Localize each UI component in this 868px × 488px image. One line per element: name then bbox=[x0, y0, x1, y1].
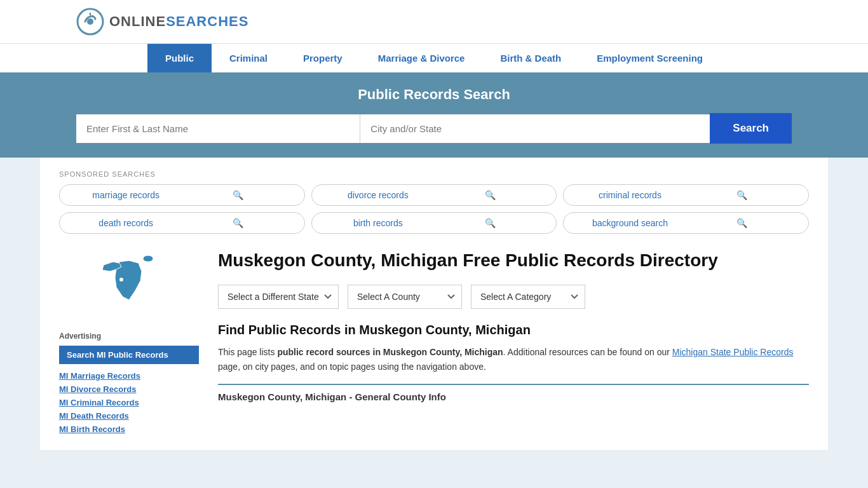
svg-point-4 bbox=[119, 278, 123, 281]
nav-employment[interactable]: Employment Screening bbox=[579, 44, 721, 72]
svg-point-3 bbox=[143, 255, 153, 262]
sponsored-divorce-label: divorce records bbox=[322, 190, 434, 200]
logo-searches-text: SEARCHES bbox=[166, 13, 248, 30]
state-dropdown[interactable]: Select a Different State bbox=[218, 285, 339, 309]
list-item: MI Divorce Records bbox=[59, 384, 199, 394]
sponsored-label: SPONSORED SEARCHES bbox=[59, 170, 809, 178]
page-body: Advertising Search MI Public Records MI … bbox=[59, 249, 809, 437]
sponsored-search-icon-1: 🔍 bbox=[434, 190, 546, 200]
logo-icon bbox=[76, 8, 104, 36]
mi-divorce-link[interactable]: MI Divorce Records bbox=[59, 384, 136, 394]
mi-death-link[interactable]: MI Death Records bbox=[59, 411, 129, 421]
find-records-title: Find Public Records in Muskegon County, … bbox=[218, 323, 809, 337]
bottom-section-title: Muskegon County, Michigan - General Coun… bbox=[218, 384, 809, 402]
logo[interactable]: ONLINE SEARCHES bbox=[76, 8, 248, 36]
find-body-end: page, on city pages, and on topic pages … bbox=[218, 362, 486, 372]
content-wrapper: SPONSORED SEARCHES marriage records 🔍 di… bbox=[40, 158, 828, 450]
sponsored-marriage-label: marriage records bbox=[70, 190, 182, 200]
search-mi-button[interactable]: Search MI Public Records bbox=[59, 346, 199, 364]
sponsored-item-criminal[interactable]: criminal records 🔍 bbox=[563, 184, 809, 206]
city-input[interactable] bbox=[360, 114, 710, 143]
category-dropdown[interactable]: Select A Category bbox=[471, 285, 585, 309]
find-bold: public record sources in Muskegon County… bbox=[277, 347, 503, 357]
find-records-body: This page lists public record sources in… bbox=[218, 345, 809, 374]
list-item: MI Birth Records bbox=[59, 424, 199, 434]
nav-birth-death[interactable]: Birth & Death bbox=[482, 44, 579, 72]
sponsored-search-icon-0: 🔍 bbox=[182, 190, 294, 200]
sidebar: Advertising Search MI Public Records MI … bbox=[59, 249, 199, 437]
search-button[interactable]: Search bbox=[710, 113, 792, 144]
nav-public[interactable]: Public bbox=[147, 44, 212, 72]
sponsored-background-label: background search bbox=[574, 218, 686, 228]
sponsored-item-birth[interactable]: birth records 🔍 bbox=[311, 212, 557, 234]
sponsored-item-death[interactable]: death records 🔍 bbox=[59, 212, 305, 234]
logo-text: ONLINE SEARCHES bbox=[109, 13, 248, 30]
michigan-state-link[interactable]: Michigan State Public Records bbox=[672, 347, 794, 357]
search-banner: Public Records Search Search bbox=[0, 72, 868, 158]
mi-marriage-link[interactable]: MI Marriage Records bbox=[59, 371, 140, 381]
dropdowns-row: Select a Different State Select A County… bbox=[218, 285, 809, 309]
sponsored-search-icon-2: 🔍 bbox=[686, 190, 798, 200]
mi-criminal-link[interactable]: MI Criminal Records bbox=[59, 398, 139, 407]
name-input[interactable] bbox=[76, 114, 360, 143]
main-nav: Public Criminal Property Marriage & Divo… bbox=[0, 43, 868, 72]
advertising-label: Advertising bbox=[59, 332, 199, 341]
list-item: MI Marriage Records bbox=[59, 370, 199, 381]
sponsored-item-marriage[interactable]: marriage records 🔍 bbox=[59, 184, 305, 206]
sponsored-search-icon-3: 🔍 bbox=[182, 218, 294, 228]
sponsored-search-icon-4: 🔍 bbox=[434, 218, 546, 228]
nav-marriage-divorce[interactable]: Marriage & Divorce bbox=[360, 44, 483, 72]
logo-online-text: ONLINE bbox=[109, 13, 166, 30]
sidebar-links: MI Marriage Records MI Divorce Records M… bbox=[59, 370, 199, 434]
sponsored-birth-label: birth records bbox=[322, 218, 434, 228]
find-body-start: This page lists bbox=[218, 347, 277, 357]
main-content: Muskegon County, Michigan Free Public Re… bbox=[218, 249, 809, 437]
search-banner-title: Public Records Search bbox=[76, 86, 792, 103]
mi-birth-link[interactable]: MI Birth Records bbox=[59, 424, 125, 434]
sponsored-criminal-label: criminal records bbox=[574, 190, 686, 200]
nav-criminal[interactable]: Criminal bbox=[212, 44, 285, 72]
michigan-map bbox=[85, 249, 173, 319]
sponsored-grid: marriage records 🔍 divorce records 🔍 cri… bbox=[59, 184, 809, 234]
sponsored-death-label: death records bbox=[70, 218, 182, 228]
nav-property[interactable]: Property bbox=[285, 44, 360, 72]
page-title: Muskegon County, Michigan Free Public Re… bbox=[218, 249, 809, 272]
list-item: MI Death Records bbox=[59, 410, 199, 421]
sponsored-item-divorce[interactable]: divorce records 🔍 bbox=[311, 184, 557, 206]
header: ONLINE SEARCHES bbox=[0, 0, 868, 43]
sponsored-search-icon-5: 🔍 bbox=[686, 218, 798, 228]
find-body-mid: . Additional resources can be found on o… bbox=[503, 347, 672, 357]
svg-point-1 bbox=[87, 18, 93, 25]
sponsored-section: SPONSORED SEARCHES marriage records 🔍 di… bbox=[59, 170, 809, 234]
county-dropdown[interactable]: Select A County bbox=[348, 285, 462, 309]
search-form: Search bbox=[76, 113, 792, 144]
list-item: MI Criminal Records bbox=[59, 397, 199, 407]
sponsored-item-background[interactable]: background search 🔍 bbox=[563, 212, 809, 234]
